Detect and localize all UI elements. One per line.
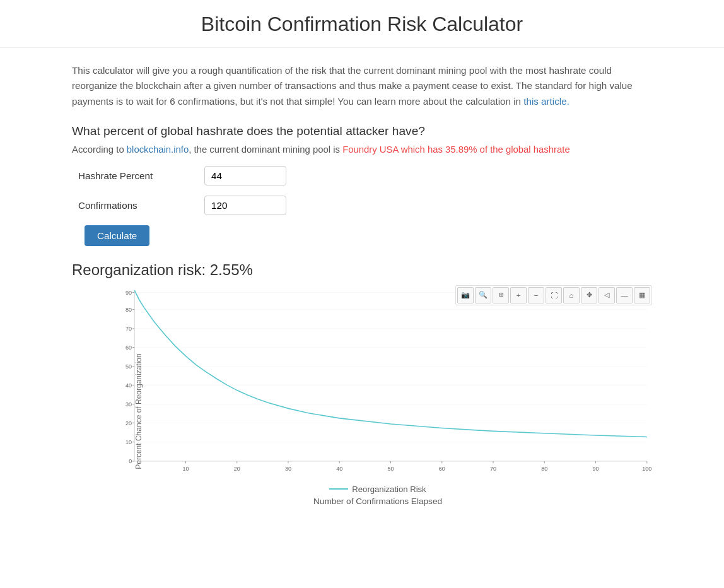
toolbar-zoom-crosshair[interactable]: ⊕	[493, 287, 509, 303]
svg-text:20: 20	[234, 466, 240, 472]
toolbar-camera[interactable]: 📷	[457, 287, 474, 303]
section-title: What percent of global hashrate does the…	[72, 124, 652, 138]
hashrate-form-group: Hashrate Percent	[72, 166, 652, 185]
svg-text:100: 100	[642, 466, 651, 472]
svg-text:0: 0	[129, 458, 132, 464]
hashrate-label: Hashrate Percent	[78, 170, 204, 181]
toolbar-home[interactable]: ⌂	[563, 287, 580, 303]
toolbar-zoom-plus[interactable]: +	[510, 287, 527, 303]
chart-svg: 0 10 20 30 40 50 60	[103, 285, 652, 482]
chart-wrapper: Percent Chance of Reorganization 📷 🔍 ⊕ +…	[72, 285, 652, 538]
toolbar-compare[interactable]: ◁	[598, 287, 615, 303]
dominant-pool-highlight: Foundry USA which has 35.89% of the glob…	[342, 144, 570, 155]
svg-text:30: 30	[285, 466, 291, 472]
x-axis-label: Number of Confirmations Elapsed	[103, 497, 652, 506]
hashrate-input[interactable]	[204, 166, 286, 185]
mining-info: According to blockchain.info, the curren…	[72, 144, 652, 155]
calculate-button[interactable]: Calculate	[85, 225, 149, 246]
svg-text:90: 90	[126, 290, 132, 296]
toolbar-hover[interactable]: —	[616, 287, 633, 303]
page-title: Bitcoin Confirmation Risk Calculator	[0, 0, 724, 48]
toolbar-spike[interactable]: ✥	[581, 287, 597, 303]
description-text: This calculator will give you a rough qu…	[72, 63, 652, 109]
svg-text:40: 40	[126, 382, 132, 389]
svg-text:70: 70	[126, 326, 132, 332]
svg-text:10: 10	[126, 439, 132, 445]
article-link[interactable]: this article.	[523, 96, 569, 107]
svg-text:80: 80	[541, 466, 547, 472]
legend-line-icon	[329, 488, 348, 490]
toolbar-zoom-in[interactable]: 🔍	[475, 287, 491, 303]
y-axis-label: Percent Chance of Reorganization	[134, 348, 143, 474]
svg-text:50: 50	[126, 363, 132, 370]
toolbar-autoscale[interactable]: ⛶	[546, 287, 562, 303]
svg-text:20: 20	[126, 420, 132, 426]
svg-text:90: 90	[593, 466, 599, 472]
confirmations-label: Confirmations	[78, 200, 204, 211]
blockchain-info-link[interactable]: blockchain.info	[127, 144, 189, 155]
reorg-result: Reorganization risk: 2.55%	[72, 261, 652, 279]
chart-legend: Reorganization Risk	[103, 485, 652, 494]
svg-text:10: 10	[182, 466, 189, 472]
confirmations-form-group: Confirmations	[72, 196, 652, 215]
legend-label: Reorganization Risk	[352, 485, 426, 494]
confirmations-input[interactable]	[204, 196, 286, 215]
svg-text:70: 70	[490, 466, 496, 472]
chart-toolbar: 📷 🔍 ⊕ + − ⛶ ⌂ ✥ ◁ — ▦	[455, 285, 652, 305]
svg-text:60: 60	[439, 466, 445, 472]
svg-text:60: 60	[126, 344, 132, 351]
svg-text:30: 30	[126, 401, 132, 408]
svg-text:40: 40	[336, 466, 342, 472]
svg-text:80: 80	[126, 307, 132, 313]
svg-text:50: 50	[388, 466, 394, 472]
toolbar-zoom-minus[interactable]: −	[528, 287, 544, 303]
toolbar-mode[interactable]: ▦	[634, 287, 650, 303]
